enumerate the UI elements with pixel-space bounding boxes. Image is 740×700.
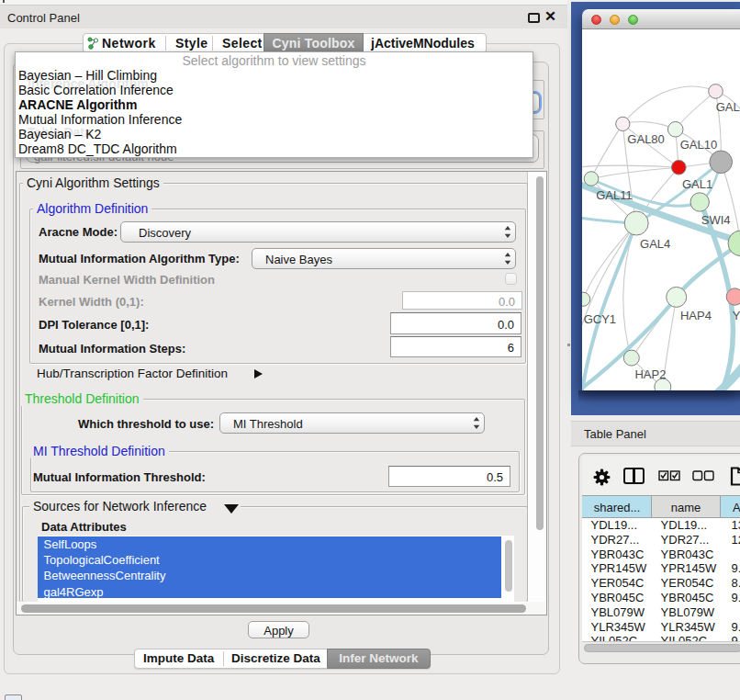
svg-text:HAP4: HAP4 xyxy=(679,309,711,322)
svg-text:YJ: YJ xyxy=(732,309,740,322)
svg-text:GAL1: GAL1 xyxy=(681,177,712,191)
svg-text:SWI4: SWI4 xyxy=(701,213,730,227)
svg-text:GAL7: GAL7 xyxy=(715,100,740,114)
svg-text:HAP2: HAP2 xyxy=(634,367,666,381)
svg-text:GAL11: GAL11 xyxy=(596,188,633,202)
svg-text:GAL80: GAL80 xyxy=(627,132,664,146)
svg-text:GAL4: GAL4 xyxy=(640,237,670,251)
svg-text:GAL10: GAL10 xyxy=(679,138,716,152)
svg-text:GCY1: GCY1 xyxy=(583,312,615,326)
